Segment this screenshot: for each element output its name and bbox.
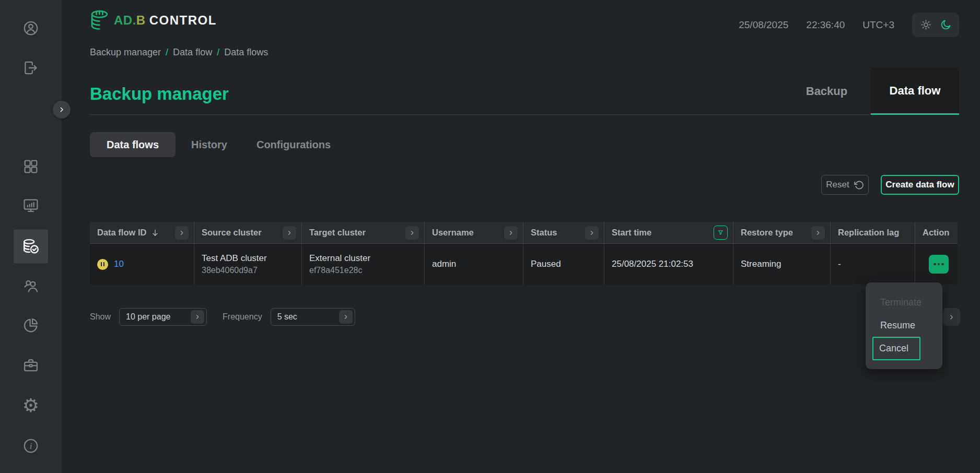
menu-item-cancel[interactable]: Cancel (872, 337, 920, 360)
filter-icon (717, 229, 724, 236)
row-actions-button[interactable] (929, 255, 949, 274)
breadcrumb-separator: / (217, 47, 219, 58)
account-icon (22, 19, 40, 37)
column-label: Source cluster (202, 228, 262, 238)
menu-item-terminate: Terminate (866, 291, 942, 314)
chevron-right-icon (191, 310, 204, 324)
brand-secondary: B (136, 13, 146, 28)
tab-backup[interactable]: Backup (783, 68, 871, 115)
start-time-value: 25/08/2025 21:02:53 (612, 259, 693, 269)
chevron-right-icon (286, 230, 293, 236)
sidebar-item-users[interactable] (22, 277, 40, 295)
column-label: Status (531, 228, 557, 238)
logout-icon (22, 59, 40, 77)
data-flow-id-link[interactable]: 10 (114, 259, 124, 269)
sidebar-item-dashboard[interactable] (22, 158, 40, 175)
app-logo[interactable]: AD.BCONTROL (90, 9, 217, 31)
column-header-start-time: Start time (604, 222, 733, 244)
filter-button[interactable] (714, 226, 728, 240)
sidebar-item-monitoring[interactable] (22, 197, 40, 215)
paused-status-icon (97, 259, 108, 270)
subtab-data-flows[interactable]: Data flows (90, 132, 176, 157)
sun-icon[interactable] (920, 19, 932, 31)
cell-restore-type: Streaming (733, 244, 831, 285)
cell-target-cluster: External cluster ef78a451e28c (302, 244, 425, 285)
sort-desc-icon[interactable] (150, 228, 160, 238)
monitoring-icon (22, 197, 40, 215)
theme-toggle[interactable] (912, 13, 959, 37)
app-logo-text: AD.BCONTROL (114, 13, 217, 28)
reset-button[interactable]: Reset (821, 175, 869, 195)
breadcrumb-item-data-flows[interactable]: Data flows (224, 47, 268, 58)
info-icon: i (22, 437, 40, 455)
frequency-select[interactable]: 5 sec (271, 308, 355, 326)
pie-chart-icon (22, 316, 40, 334)
column-expand-button[interactable] (504, 226, 518, 240)
reset-button-label: Reset (826, 180, 849, 190)
cell-source-cluster: Test ADB cluster 38eb4060d9a7 (194, 244, 302, 285)
sidebar-item-account[interactable] (22, 19, 40, 37)
subtab-history[interactable]: History (191, 139, 227, 151)
column-label: Start time (612, 228, 651, 238)
sub-tabs: Data flows History Configurations (90, 132, 331, 157)
column-label: Username (432, 228, 474, 238)
breadcrumb-item-data-flow[interactable]: Data flow (173, 47, 212, 58)
column-header-action: Action (915, 222, 958, 244)
breadcrumb-item-backup-manager[interactable]: Backup manager (90, 47, 161, 58)
page-size-select[interactable]: 10 per page (119, 308, 207, 326)
column-expand-button[interactable] (175, 226, 189, 240)
column-expand-button[interactable] (811, 226, 825, 240)
status-value: Paused (531, 259, 561, 269)
column-expand-button[interactable] (585, 226, 599, 240)
menu-item-resume[interactable]: Resume (866, 314, 942, 337)
breadcrumb-separator: / (166, 47, 168, 58)
sidebar-item-reports[interactable] (22, 316, 40, 334)
toolbar: Reset Create data flow (821, 175, 959, 195)
clock-panel: 25/08/2025 22:36:40 UTC+3 (739, 13, 959, 37)
chevron-right-icon (179, 230, 185, 236)
tab-data-flow[interactable]: Data flow (871, 68, 959, 115)
svg-text:i: i (30, 441, 32, 451)
current-date: 25/08/2025 (739, 19, 788, 31)
breadcrumb: Backup manager / Data flow / Data flows (90, 47, 268, 58)
main-content: AD.BCONTROL 25/08/2025 22:36:40 UTC+3 Ba… (62, 0, 980, 473)
column-expand-button[interactable] (405, 226, 419, 240)
column-header-data-flow-id: Data flow ID (90, 222, 194, 244)
target-cluster-id: ef78a451e28c (309, 265, 370, 276)
sidebar-item-services[interactable] (22, 357, 40, 374)
timezone: UTC+3 (862, 19, 894, 31)
expand-sidebar-button[interactable] (53, 101, 71, 119)
next-page-button[interactable] (942, 308, 960, 326)
subtab-configurations[interactable]: Configurations (256, 139, 331, 151)
column-header-replication-lag: Replication lag (831, 222, 915, 244)
moon-icon[interactable] (940, 19, 952, 31)
page-title: Backup manager (90, 84, 229, 104)
cell-action (915, 244, 958, 285)
column-label: Data flow ID (97, 228, 146, 238)
sidebar-item-logout[interactable] (22, 59, 40, 77)
users-icon (22, 277, 40, 295)
cell-username: admin (425, 244, 523, 285)
app-window: ⚙ i AD.BCONTROL (0, 0, 980, 473)
sidebar-item-settings[interactable]: ⚙ (22, 396, 39, 415)
sidebar-item-backup-manager[interactable] (14, 230, 48, 264)
title-row: Backup manager Backup Data flow (90, 68, 959, 115)
chevron-right-icon (58, 106, 65, 113)
gear-icon: ⚙ (22, 395, 39, 416)
top-tabs: Backup Data flow (783, 68, 959, 115)
table-header-row: Data flow ID Source cluster (90, 222, 958, 244)
column-header-username: Username (425, 222, 523, 244)
create-data-flow-button[interactable]: Create data flow (881, 175, 959, 195)
chevron-right-icon (815, 230, 821, 236)
brand-primary: AD. (114, 13, 136, 28)
cell-replication-lag: - (831, 244, 915, 285)
cell-status: Paused (523, 244, 604, 285)
sidebar: ⚙ i (0, 0, 62, 473)
reset-icon (854, 180, 864, 190)
replication-lag-value: - (838, 259, 841, 269)
column-header-target-cluster: Target cluster (302, 222, 425, 244)
show-label: Show (90, 312, 111, 322)
database-logo-icon (90, 9, 109, 31)
column-expand-button[interactable] (283, 226, 296, 240)
sidebar-item-info[interactable]: i (22, 437, 40, 455)
